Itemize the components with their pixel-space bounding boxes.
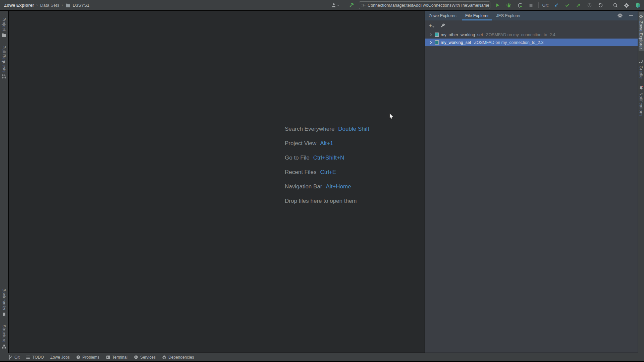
- stripe-item-gradle[interactable]: Gradle: [639, 57, 644, 81]
- tree-row-other-working-set[interactable]: my_other_working_set ZOSMFAD on my_conne…: [425, 31, 638, 39]
- hint-label: Search Everywhere: [285, 126, 334, 132]
- terminal-icon: [106, 355, 110, 359]
- debug-button[interactable]: [505, 2, 513, 9]
- git-update-icon[interactable]: [552, 2, 560, 9]
- run-with-coverage-button[interactable]: [516, 2, 524, 9]
- svg-text:Z: Z: [640, 16, 642, 18]
- toolbar-separator: [608, 2, 608, 8]
- tab-label: File Explorer: [465, 13, 489, 18]
- rollback-undo-icon[interactable]: [597, 2, 604, 9]
- tool-window-gear-icon[interactable]: [616, 12, 624, 19]
- tab-jes-explorer[interactable]: JES Explorer: [492, 11, 524, 20]
- history-clock-icon-disabled: [586, 2, 593, 9]
- working-set-tree: my_other_working_set ZOSMFAD on my_conne…: [425, 31, 638, 46]
- hint-shortcut: Double Shift: [338, 126, 369, 132]
- stop-button-disabled: [527, 2, 535, 9]
- tool-window-toolbar: +: [425, 20, 638, 31]
- hint-shortcut: Alt+1: [320, 140, 333, 147]
- project-stripe-label: Project: [2, 17, 6, 31]
- breadcrumb-separator-icon: ›: [37, 3, 38, 7]
- working-set-name: my_working_set: [441, 40, 471, 45]
- add-working-set-button[interactable]: +: [429, 22, 434, 29]
- sidebar-item-bookmarks[interactable]: Bookmarks: [2, 287, 6, 319]
- pull-request-icon: [2, 74, 6, 79]
- run-config-name: ConnectionManager.testAddTwoConnectionsW…: [368, 3, 489, 8]
- hint-label: Navigation Bar: [285, 183, 322, 190]
- zowe-stripe-label: Zowe Explorer: [639, 21, 643, 49]
- chevron-down-icon: [432, 26, 434, 27]
- zowe-explorer-tool-window: Zowe Explorer: File Explorer JES Explore…: [425, 11, 638, 353]
- tab-label: JES Explorer: [496, 13, 521, 18]
- breadcrumb: Zowe Explorer › Data Sets › D3SYS1: [0, 3, 90, 8]
- stripe-item-notifications[interactable]: Notifications: [639, 83, 644, 119]
- bottom-tool-stripe: Git TODO Zowe Jobs Problems Terminal Ser…: [0, 353, 644, 361]
- hint-shortcut: Ctrl+E: [320, 169, 336, 176]
- main-toolbar: Zowe Explorer › Data Sets › D3SYS1 ≫ Con…: [0, 0, 644, 10]
- code-with-me-sphere-icon[interactable]: [634, 2, 641, 9]
- run-config-icon: ≫: [362, 3, 366, 8]
- problems-icon: [76, 355, 80, 359]
- sidebar-item-structure[interactable]: Structure: [2, 323, 6, 351]
- working-set-icon: [435, 33, 439, 37]
- stripe-item-zowe-explorer[interactable]: Z Zowe Explorer: [639, 12, 644, 51]
- gradle-stripe-label: Gradle: [639, 66, 643, 79]
- bottom-item-label: Zowe Jobs: [50, 355, 70, 360]
- bookmark-icon: [2, 312, 6, 317]
- breadcrumb-file[interactable]: D3SYS1: [73, 3, 90, 8]
- git-push-icon[interactable]: [575, 2, 582, 9]
- build-hammer-icon[interactable]: [348, 2, 355, 9]
- hint-label: Project View: [285, 140, 316, 147]
- search-everywhere-icon[interactable]: [612, 2, 619, 9]
- working-set-detail: ZOSMFAD on my_connection_to_2.4: [486, 33, 555, 37]
- bottom-item-dependencies[interactable]: Dependencies: [162, 355, 194, 360]
- breadcrumb-separator-icon: ›: [62, 3, 63, 7]
- hint-shortcut: Alt+Home: [326, 183, 351, 190]
- chevron-right-icon: [428, 33, 433, 37]
- hint-label: Go to File: [285, 155, 310, 161]
- shortcut-hints: Search EverywhereDouble Shift Project Vi…: [285, 126, 369, 212]
- run-configuration-select[interactable]: ≫ ConnectionManager.testAddTwoConnection…: [359, 1, 490, 9]
- toolbar-separator: [344, 2, 344, 8]
- working-set-name: my_other_working_set: [441, 33, 483, 37]
- settings-gear-icon[interactable]: [623, 2, 630, 9]
- bottom-item-label: Dependencies: [168, 355, 194, 360]
- sidebar-item-pull-requests[interactable]: Pull Requests: [2, 44, 6, 81]
- tool-window-header: Zowe Explorer: File Explorer JES Explore…: [425, 11, 638, 20]
- git-commit-icon[interactable]: [564, 2, 571, 9]
- bottom-item-label: Terminal: [112, 355, 127, 360]
- settings-wrench-icon[interactable]: [439, 22, 447, 29]
- structure-icon: [2, 344, 6, 349]
- working-set-detail: ZOSMFAD on my_connection_to_2.3: [474, 40, 543, 45]
- notification-bell-icon: [639, 85, 644, 90]
- pull-requests-stripe-label: Pull Requests: [2, 46, 6, 73]
- tab-file-explorer[interactable]: File Explorer: [462, 11, 492, 20]
- minimize-icon[interactable]: [628, 12, 635, 19]
- bottom-item-todo[interactable]: TODO: [26, 355, 44, 360]
- bottom-item-terminal[interactable]: Terminal: [106, 355, 127, 360]
- tree-row-working-set[interactable]: my_working_set ZOSMFAD on my_connection_…: [425, 39, 638, 46]
- right-tool-stripe: Z Zowe Explorer Gradle Notifications: [638, 11, 644, 353]
- bottom-item-problems[interactable]: Problems: [76, 355, 100, 360]
- bottom-item-label: TODO: [32, 355, 44, 360]
- git-branch-icon: [8, 355, 12, 360]
- todo-list-icon: [26, 355, 30, 359]
- tool-window-title: Zowe Explorer:: [429, 13, 457, 18]
- run-button[interactable]: [494, 2, 501, 9]
- zowe-diamond-icon: Z: [639, 14, 644, 19]
- bottom-item-label: Git: [14, 355, 19, 360]
- breadcrumb-project[interactable]: Zowe Explorer: [4, 3, 34, 8]
- hint-shortcut: Ctrl+Shift+N: [313, 155, 344, 161]
- bottom-item-label: Problems: [83, 355, 100, 360]
- bottom-item-git[interactable]: Git: [8, 355, 19, 360]
- sidebar-item-project[interactable]: Project: [2, 15, 6, 39]
- hint-label: Recent Files: [285, 169, 316, 176]
- bottom-item-label: Services: [140, 355, 156, 360]
- user-account-icon[interactable]: [330, 2, 340, 9]
- bookmarks-stripe-label: Bookmarks: [2, 289, 6, 310]
- bottom-item-zowe-jobs[interactable]: Zowe Jobs: [50, 355, 70, 360]
- breadcrumb-folder[interactable]: Data Sets: [40, 3, 59, 8]
- gradle-icon: [639, 59, 644, 64]
- bottom-item-services[interactable]: Services: [134, 355, 156, 360]
- left-tool-stripe: Project Pull Requests Bookmarks Struc: [0, 11, 8, 353]
- ide-window: Zowe Explorer › Data Sets › D3SYS1 ≫ Con…: [0, 0, 644, 362]
